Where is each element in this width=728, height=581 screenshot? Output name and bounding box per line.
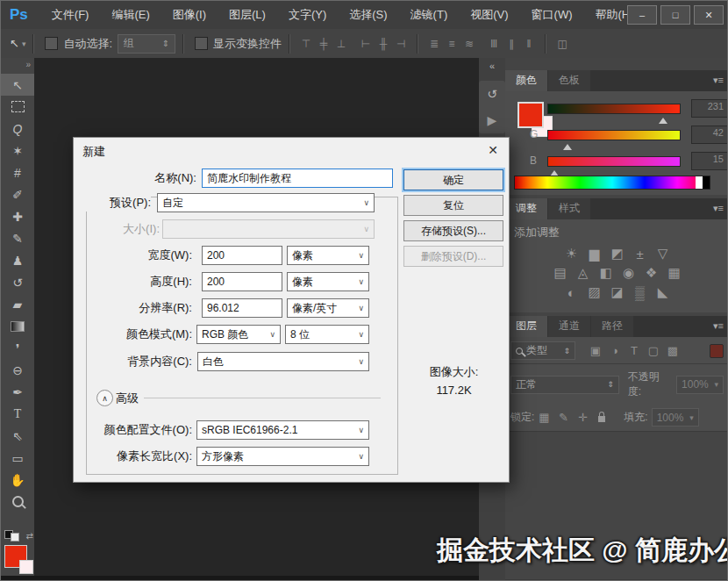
- dodge-tool[interactable]: ⊖: [1, 359, 34, 381]
- levels-icon[interactable]: ▆: [583, 244, 606, 263]
- brightness-contrast-icon[interactable]: ☀: [560, 244, 583, 263]
- magic-wand-tool[interactable]: ✶: [1, 140, 34, 161]
- filter-adjustment-layers-icon[interactable]: ◑: [605, 343, 625, 359]
- menu-layer[interactable]: 图层(L): [218, 1, 277, 29]
- white-swatch[interactable]: [696, 176, 703, 189]
- auto-select-dropdown[interactable]: 组 ⇕: [118, 34, 175, 54]
- tab-adjustments[interactable]: 调整: [505, 198, 547, 219]
- ok-button[interactable]: 确定: [403, 169, 503, 190]
- pixel-aspect-dropdown[interactable]: 方形像素 ∨: [196, 447, 369, 466]
- red-value[interactable]: 231: [691, 99, 728, 118]
- eraser-tool[interactable]: ▰: [1, 293, 34, 315]
- panel-menu-icon[interactable]: ▾≡: [713, 75, 724, 86]
- height-input[interactable]: 200: [202, 272, 282, 291]
- close-button[interactable]: ✕: [694, 5, 724, 25]
- tab-channels[interactable]: 通道: [548, 316, 590, 337]
- advanced-collapse-button[interactable]: ∧: [96, 390, 113, 406]
- curves-icon[interactable]: ◩: [606, 244, 629, 263]
- maximize-button[interactable]: □: [660, 5, 690, 25]
- width-input[interactable]: 200: [202, 246, 282, 265]
- tab-styles[interactable]: 样式: [548, 198, 590, 219]
- healing-brush-tool[interactable]: ✚: [1, 205, 34, 227]
- menu-type[interactable]: 文字(Y): [277, 1, 338, 29]
- lock-all-icon[interactable]: [592, 410, 611, 426]
- filter-smart-objects-icon[interactable]: ▩: [663, 343, 682, 359]
- align-left-icon[interactable]: ⊢: [357, 35, 375, 53]
- pen-tool[interactable]: ✒: [1, 381, 34, 403]
- panel-menu-icon[interactable]: ▾≡: [713, 320, 724, 332]
- tab-paths[interactable]: 路径: [591, 316, 633, 337]
- show-transform-checkbox[interactable]: [195, 37, 208, 50]
- align-vcenter-icon[interactable]: ╪: [315, 35, 332, 53]
- vibrance-icon[interactable]: ▽: [652, 244, 674, 263]
- distribute-left-icon[interactable]: Ⅲ: [485, 35, 503, 53]
- resolution-input[interactable]: 96.012: [202, 298, 282, 318]
- color-balance-icon[interactable]: ◬: [572, 263, 595, 283]
- blend-mode-dropdown[interactable]: 正常 ⇕: [510, 376, 619, 394]
- color-profile-dropdown[interactable]: sRGB IEC61966-2.1 ∨: [196, 420, 369, 440]
- height-unit-dropdown[interactable]: 像素 ∨: [287, 272, 369, 291]
- lock-image-pixels-icon[interactable]: ✎: [553, 410, 573, 426]
- lock-position-icon[interactable]: ✛: [573, 410, 592, 426]
- width-unit-dropdown[interactable]: 像素 ∨: [287, 246, 369, 265]
- actions-panel-icon[interactable]: ▶: [479, 107, 505, 133]
- posterize-icon[interactable]: ▨: [583, 283, 606, 302]
- clone-stamp-tool[interactable]: ♟: [1, 249, 34, 271]
- auto-select-checkbox[interactable]: [45, 37, 58, 50]
- menu-edit[interactable]: 编辑(E): [100, 1, 161, 29]
- red-slider-thumb[interactable]: [659, 113, 667, 124]
- move-tool[interactable]: ↖: [1, 74, 34, 96]
- blur-tool[interactable]: ❜: [1, 337, 34, 359]
- align-top-icon[interactable]: ⊤: [297, 35, 315, 53]
- tab-layers[interactable]: 图层: [505, 316, 547, 337]
- photo-filter-icon[interactable]: ◉: [617, 263, 640, 283]
- brush-tool[interactable]: ✎: [1, 227, 34, 249]
- panel-menu-icon[interactable]: ▾≡: [713, 203, 724, 214]
- color-lookup-icon[interactable]: ▦: [663, 263, 686, 283]
- move-tool-preset-icon[interactable]: ↖: [10, 37, 19, 50]
- gradient-tool[interactable]: [1, 315, 34, 337]
- preset-dropdown[interactable]: 自定 ∨: [157, 193, 375, 212]
- align-bottom-icon[interactable]: ⊥: [332, 35, 350, 53]
- filter-type-layers-icon[interactable]: T: [625, 343, 644, 359]
- dock-collapse-icon[interactable]: «: [479, 58, 505, 74]
- distribute-hcenter-icon[interactable]: ∥: [503, 35, 520, 53]
- foreground-color-swatch[interactable]: [517, 102, 544, 128]
- threshold-icon[interactable]: ◪: [606, 283, 629, 302]
- path-selection-tool[interactable]: ⇖: [1, 425, 34, 447]
- distribute-right-icon[interactable]: ‖: [520, 35, 538, 53]
- menu-image[interactable]: 图像(I): [161, 1, 218, 29]
- gradient-map-icon[interactable]: ▒: [629, 283, 652, 302]
- shape-tool[interactable]: ▭: [1, 447, 34, 469]
- resolution-unit-dropdown[interactable]: 像素/英寸 ∨: [287, 298, 369, 318]
- crop-tool[interactable]: #: [1, 161, 34, 183]
- filter-shape-layers-icon[interactable]: ▢: [644, 343, 663, 359]
- black-white-icon[interactable]: ◧: [595, 263, 617, 283]
- blue-value[interactable]: 15: [691, 152, 728, 170]
- opacity-dropdown[interactable]: 100% ▾: [676, 376, 724, 394]
- fill-dropdown[interactable]: 100% ▾: [652, 408, 699, 427]
- tool-preset-caret-icon[interactable]: ▾: [22, 39, 26, 48]
- color-mode-dropdown[interactable]: RGB 颜色 ∨: [196, 325, 281, 344]
- lasso-tool[interactable]: Q: [1, 118, 34, 140]
- default-colors-icon[interactable]: ⇄: [4, 527, 33, 542]
- distribute-bottom-icon[interactable]: ≋: [460, 35, 478, 53]
- align-right-icon[interactable]: ⊣: [392, 35, 410, 53]
- lock-transparent-pixels-icon[interactable]: ▦: [534, 410, 553, 426]
- history-brush-tool[interactable]: ↺: [1, 271, 34, 293]
- delete-preset-button[interactable]: 删除预设(D)...: [403, 246, 503, 267]
- swap-colors-icon[interactable]: ⇄: [25, 531, 32, 541]
- name-input[interactable]: 简鹿水印制作教程: [202, 169, 393, 188]
- history-panel-icon[interactable]: ↺: [479, 81, 505, 107]
- zoom-tool[interactable]: [1, 491, 34, 513]
- layer-filter-dropdown[interactable]: 类型 ⇕: [510, 341, 575, 360]
- toolbar-collapse-icon[interactable]: »: [1, 58, 34, 74]
- invert-icon[interactable]: ◐: [560, 283, 583, 302]
- dialog-close-icon[interactable]: ✕: [488, 143, 498, 157]
- distribute-top-icon[interactable]: ≣: [425, 35, 443, 53]
- black-swatch[interactable]: [703, 176, 710, 189]
- align-hcenter-icon[interactable]: ╫: [375, 35, 392, 53]
- distribute-vcenter-icon[interactable]: ≡: [443, 35, 460, 53]
- green-slider-thumb[interactable]: [563, 140, 572, 150]
- selective-color-icon[interactable]: ◣: [652, 283, 674, 302]
